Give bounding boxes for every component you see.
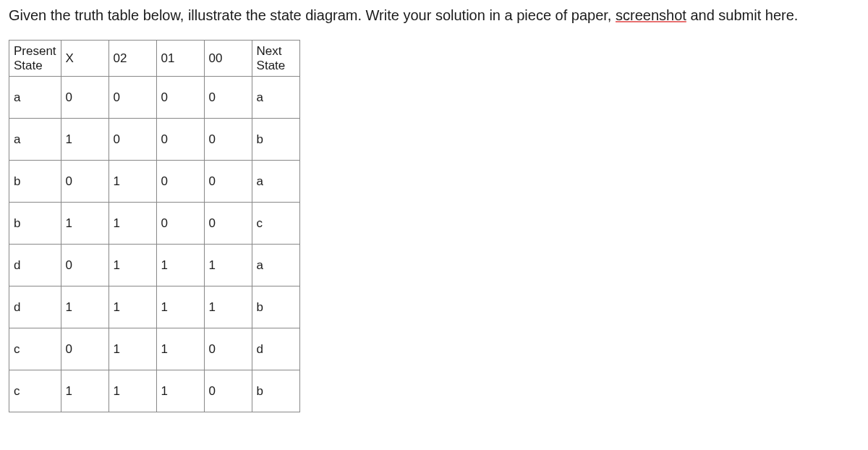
question-prompt: Given the truth table below, illustrate … [9, 6, 859, 25]
table-cell: 0 [61, 77, 109, 119]
table-header-row: PresentStateX020100NextState [9, 41, 300, 77]
table-cell: b [252, 370, 299, 412]
table-row: c1110b [9, 370, 300, 412]
prompt-text-part2: and submit here. [686, 7, 799, 23]
table-cell: 1 [156, 245, 204, 286]
table-cell: 0 [204, 119, 252, 161]
prompt-text-highlight: screenshot [616, 7, 686, 23]
table-cell: 1 [61, 286, 109, 328]
table-cell: 0 [61, 161, 109, 203]
table-cell: 0 [204, 203, 252, 245]
table-row: b0100a [9, 161, 300, 203]
table-header-cell: NextState [252, 41, 299, 77]
truth-table: PresentStateX020100NextStatea0000aa1000b… [9, 40, 300, 412]
table-row: c0110d [9, 328, 300, 370]
table-cell: 0 [109, 77, 156, 119]
table-cell: 1 [109, 370, 156, 412]
table-cell: 0 [204, 328, 252, 370]
table-cell: 1 [109, 245, 156, 286]
table-row: d0111a [9, 245, 300, 286]
table-cell: a [9, 119, 61, 161]
prompt-text-part1: Given the truth table below, illustrate … [9, 7, 616, 23]
table-header-cell: 01 [156, 41, 204, 77]
table-cell: 0 [156, 119, 204, 161]
table-cell: b [252, 286, 299, 328]
table-cell: c [9, 328, 61, 370]
table-row: a0000a [9, 77, 300, 119]
table-cell: 0 [109, 119, 156, 161]
table-cell: 0 [156, 161, 204, 203]
table-header-cell: X [61, 41, 109, 77]
table-cell: d [9, 286, 61, 328]
table-cell: 1 [156, 370, 204, 412]
table-cell: 1 [109, 286, 156, 328]
table-cell: 1 [61, 370, 109, 412]
table-cell: 1 [204, 245, 252, 286]
table-cell: 0 [61, 245, 109, 286]
table-cell: b [252, 119, 299, 161]
table-header-cell: 02 [109, 41, 156, 77]
table-cell: a [252, 161, 299, 203]
table-header-cell: PresentState [9, 41, 61, 77]
table-cell: b [9, 203, 61, 245]
table-row: d1111b [9, 286, 300, 328]
table-cell: 0 [156, 203, 204, 245]
table-cell: 0 [204, 370, 252, 412]
table-cell: 0 [156, 77, 204, 119]
table-cell: a [252, 77, 299, 119]
table-cell: 0 [204, 77, 252, 119]
table-cell: 1 [109, 203, 156, 245]
table-cell: 1 [61, 119, 109, 161]
table-cell: 1 [109, 328, 156, 370]
table-cell: a [252, 245, 299, 286]
table-cell: d [9, 245, 61, 286]
table-cell: 1 [156, 328, 204, 370]
table-cell: c [252, 203, 299, 245]
table-cell: d [252, 328, 299, 370]
table-cell: 1 [109, 161, 156, 203]
table-cell: 1 [61, 203, 109, 245]
table-header-cell: 00 [204, 41, 252, 77]
table-cell: 0 [61, 328, 109, 370]
table-cell: a [9, 77, 61, 119]
table-cell: 1 [204, 286, 252, 328]
table-cell: b [9, 161, 61, 203]
truth-table-body: PresentStateX020100NextStatea0000aa1000b… [9, 41, 300, 412]
table-cell: 1 [156, 286, 204, 328]
table-cell: c [9, 370, 61, 412]
table-row: a1000b [9, 119, 300, 161]
table-row: b1100c [9, 203, 300, 245]
table-cell: 0 [204, 161, 252, 203]
